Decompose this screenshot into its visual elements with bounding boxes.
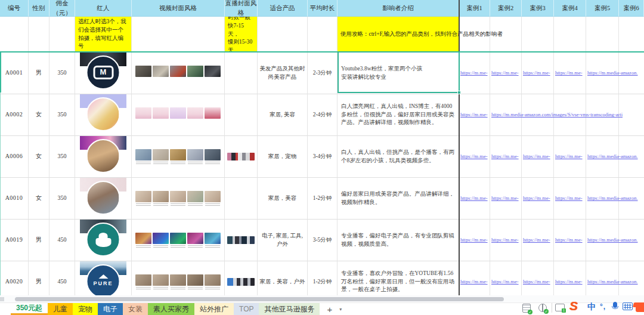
col-header-intro[interactable]: 影响者介绍 [338, 0, 459, 17]
cell-live-cover[interactable] [225, 178, 258, 220]
video-thumbnail[interactable] [135, 191, 151, 202]
tab-top[interactable]: TOP [234, 303, 259, 315]
case-link[interactable]: https://m.media-amazon. [586, 52, 619, 94]
cell-video-covers[interactable] [132, 94, 225, 136]
cell-video-covers[interactable] [132, 220, 225, 261]
cell[interactable] [258, 17, 308, 52]
col-header-case1[interactable]: 案例1 [459, 0, 490, 17]
video-thumbnail[interactable] [153, 191, 169, 202]
cell-products[interactable]: 家居，宠物 [258, 136, 308, 178]
cell-id[interactable]: A0020 [0, 261, 29, 295]
case-link[interactable]: https://m.media-amazon.com/images/S/vse-… [490, 94, 522, 136]
case-link[interactable]: https://m.me- [554, 220, 586, 261]
workbook-status-icon[interactable]: ✓ [522, 304, 531, 313]
video-thumbnail[interactable] [170, 66, 186, 77]
video-thumbnail[interactable] [170, 233, 186, 244]
cell-intro[interactable]: Youtube3.8w粉丝，家里两个小孩 安装讲解比较专业 [338, 52, 459, 94]
video-thumbnail[interactable] [153, 107, 169, 119]
cell-gender[interactable]: 男 [29, 261, 49, 295]
cell-video-covers[interactable] [132, 136, 225, 178]
video-thumbnail[interactable] [170, 274, 186, 286]
cell-avatar[interactable] [75, 220, 132, 261]
tab-offsite-promo[interactable]: 站外推广 [194, 303, 234, 315]
cell-id[interactable]: A0002 [0, 94, 29, 136]
avatar[interactable]: PURE [86, 264, 120, 295]
sheet-menu-caret[interactable]: ▾ [337, 307, 344, 312]
add-sheet-button[interactable]: + [320, 303, 337, 315]
case-link[interactable]: https://m.me- [459, 220, 490, 261]
col-header-case3[interactable]: 案例3 [522, 0, 554, 17]
cell-live-cover[interactable] [225, 261, 258, 295]
avatar[interactable] [86, 97, 120, 131]
case-link[interactable]: https://m.media-amazon. [586, 178, 619, 220]
cell-commission[interactable]: 450 [49, 261, 75, 295]
cell-avatar[interactable] [75, 178, 132, 220]
cell[interactable] [29, 17, 49, 52]
cell[interactable] [0, 17, 29, 52]
scrollbar-left-stub[interactable] [0, 297, 4, 301]
cell-live-cover[interactable] [225, 94, 258, 136]
cell-gender[interactable]: 女 [29, 136, 49, 178]
case-link[interactable]: https://m.me- [490, 220, 522, 261]
cell-avatar[interactable]: PURE [75, 261, 132, 295]
case-link[interactable]: https://m.me- [554, 136, 586, 178]
live-thumbnail-strip[interactable] [227, 236, 255, 244]
cell-id[interactable]: A0001 [0, 52, 29, 94]
cell-id[interactable]: A0010 [0, 178, 29, 220]
col-header-case5[interactable]: 案例5 [586, 0, 619, 17]
video-thumbnail[interactable] [187, 233, 203, 244]
punctuation-icon[interactable]: °, [600, 302, 606, 311]
cell-gender[interactable]: 女 [29, 178, 49, 220]
case-link[interactable]: https://m.me- [522, 178, 554, 220]
cell-duration[interactable]: 1-2分钟 [308, 178, 338, 220]
video-thumbnail[interactable] [135, 107, 151, 119]
note-select-influencer[interactable]: 选红人时选3个，我们会选择其中一个拍摄，填写红人编号 [75, 17, 132, 52]
cell-duration[interactable]: 3-5分钟 [308, 220, 338, 261]
cell[interactable] [49, 17, 75, 52]
case-link[interactable]: https://m.me- [459, 178, 490, 220]
video-thumbnail[interactable] [135, 274, 151, 286]
video-thumbnail[interactable] [205, 191, 221, 202]
case-link[interactable]: https://m.me- [490, 136, 522, 178]
case-link[interactable]: https://m.me- [554, 178, 586, 220]
case-link[interactable]: https://m.me- [522, 136, 554, 178]
avatar[interactable] [86, 181, 120, 215]
cell[interactable] [619, 17, 644, 52]
cell-intro[interactable]: 偏好居家日用或美容类产品。产品讲解详细，视频制作精良。 [338, 178, 459, 220]
case-link[interactable]: https://m.me- [490, 178, 522, 220]
avatar[interactable]: M [86, 55, 120, 89]
col-header-products[interactable]: 适合产品 [258, 0, 308, 17]
cell-products[interactable]: 家居，美容，户外 [258, 261, 308, 295]
video-thumbnail[interactable] [153, 66, 169, 77]
skin-icon[interactable] [636, 302, 644, 312]
video-thumbnail[interactable] [153, 233, 169, 244]
video-thumbnail[interactable] [187, 107, 203, 119]
case-link[interactable]: https://m.me- [459, 136, 490, 178]
cell-video-covers[interactable] [132, 52, 225, 94]
cell-avatar[interactable] [75, 94, 132, 136]
cell-duration[interactable]: 3-4分钟 [308, 136, 338, 178]
cell-id[interactable]: A0006 [0, 136, 29, 178]
cell-gender[interactable]: 男 [29, 220, 49, 261]
case-link[interactable]: https://m.media-amazon. [586, 261, 619, 295]
cell-avatar[interactable] [75, 136, 132, 178]
cell-products[interactable]: 家居, 美容 [258, 94, 308, 136]
tab-buyer-show[interactable]: 素人买家秀 [148, 303, 194, 315]
video-thumbnail[interactable] [170, 107, 186, 119]
case-link[interactable]: https://m.me- [459, 52, 490, 94]
case-link[interactable]: https://m.media-amazon. [586, 220, 619, 261]
soft-keyboard-icon[interactable] [623, 302, 633, 310]
col-header-influencer[interactable]: 红人 [75, 0, 132, 17]
cell-gender[interactable]: 男 [29, 52, 49, 94]
cell-products[interactable]: 美发产品及其他时尚美容产品 [258, 52, 308, 94]
cell-intro[interactable]: 白人，真人出镜，但挑产品，是个播客，有两个8岁左右的小孩，玩具类视频多些。 [338, 136, 459, 178]
cell-commission[interactable]: 350 [49, 52, 75, 94]
video-thumbnail[interactable] [205, 233, 221, 244]
col-header-commission[interactable]: 佣金（元） [49, 0, 75, 17]
cell-intro[interactable]: 专业播客，喜欢户外冒险，在YOTUBE有1.56万名粉丝，偏好家居日用，但一般没… [338, 261, 459, 295]
cell[interactable] [586, 17, 619, 52]
sogou-logo-icon[interactable]: S [569, 301, 578, 311]
live-thumbnail-strip[interactable] [227, 153, 255, 160]
tab-pets[interactable]: 宠物 [73, 303, 98, 315]
case-link[interactable]: https://m.me- [522, 261, 554, 295]
